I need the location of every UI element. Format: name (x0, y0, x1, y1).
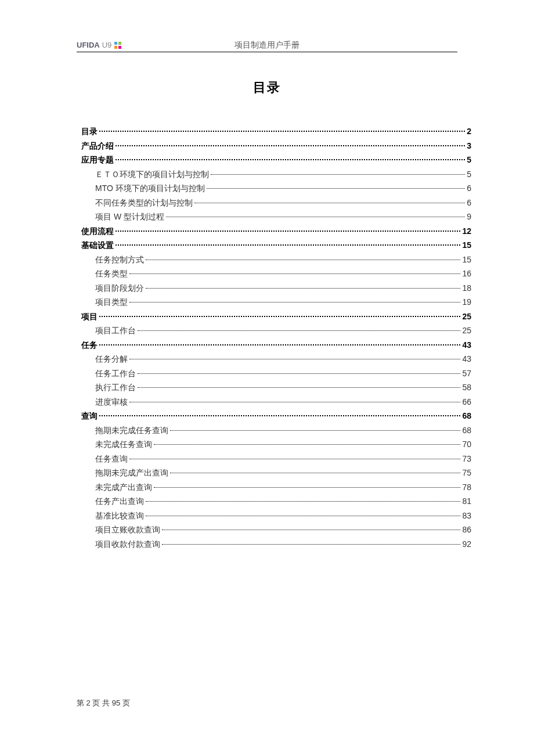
toc-entry[interactable]: 基础设置15 (81, 238, 471, 253)
toc-entry[interactable]: 项目立账收款查询86 (81, 523, 471, 537)
toc-entry-label: 项目阶段划分 (95, 281, 144, 296)
toc-entry-label: 执行工作台 (95, 380, 136, 395)
toc-entry-label: 未完成任务查询 (95, 437, 152, 452)
toc-dots-leader (211, 174, 465, 175)
toc-entry-page: 78 (462, 480, 471, 495)
toc-entry-label: 查询 (81, 409, 98, 423)
toc-entry[interactable]: 使用流程12 (81, 224, 471, 239)
toc-entry-page: 43 (462, 352, 471, 366)
toc-entry[interactable]: 未完成任务查询70 (81, 437, 471, 452)
toc-entry-page: 2 (467, 124, 471, 139)
toc-entry[interactable]: 执行工作台58 (81, 380, 471, 395)
toc-entry-page: 3 (467, 139, 471, 153)
svg-rect-1 (118, 42, 121, 45)
toc-dots-leader (146, 516, 460, 516)
toc-entry[interactable]: 拖期未完成任务查询68 (81, 423, 471, 438)
toc-dots-leader (129, 273, 460, 274)
toc-entry-label: 项目工作台 (95, 323, 136, 338)
toc-entry[interactable]: ＥＴＯ环境下的项目计划与控制5 (81, 167, 471, 182)
logo-sub-text: U9 (102, 41, 112, 49)
toc-entry[interactable]: 应用专题5 (81, 153, 471, 167)
logo-icon (114, 41, 122, 49)
toc-entry-page: 9 (467, 210, 471, 224)
toc-entry-label: 任务类型 (95, 267, 128, 281)
toc-entry[interactable]: MTO 环境下的项目计划与控制6 (81, 181, 471, 196)
toc-dots-leader (129, 402, 460, 402)
toc-entry-page: 6 (467, 181, 471, 196)
toc-entry[interactable]: 项目收款付款查询92 (81, 537, 471, 552)
page-title: 目录 (0, 79, 534, 96)
toc-entry[interactable]: 任务分解43 (81, 352, 471, 366)
toc-entry-page: 68 (462, 409, 471, 423)
svg-rect-2 (114, 46, 117, 49)
toc-entry-label: 目录 (81, 124, 98, 139)
toc-dots-leader (99, 131, 465, 132)
toc-dots-leader (146, 501, 460, 502)
toc-entry-label: 项目 (81, 309, 98, 324)
toc-entry[interactable]: 不同任务类型的计划与控制6 (81, 196, 471, 210)
toc-entry[interactable]: 目录2 (81, 124, 471, 139)
toc-dots-leader (166, 217, 465, 217)
toc-dots-leader (116, 159, 465, 160)
toc-dots-leader (129, 302, 460, 303)
toc-entry[interactable]: 任务控制方式15 (81, 253, 471, 267)
toc-dots-leader (207, 188, 465, 189)
toc-dots-leader (162, 544, 460, 545)
svg-rect-3 (118, 46, 121, 49)
toc-entry-label: 产品介绍 (81, 139, 114, 153)
toc-entry[interactable]: 产品介绍3 (81, 139, 471, 153)
toc-entry-label: 项目立账收款查询 (95, 523, 160, 537)
toc-entry[interactable]: 未完成产出查询78 (81, 480, 471, 495)
toc-entry[interactable]: 基准比较查询83 (81, 509, 471, 523)
toc-entry[interactable]: 项目阶段划分18 (81, 281, 471, 296)
toc-entry-label: 任务工作台 (95, 366, 136, 381)
toc-entry[interactable]: 任务43 (81, 338, 471, 352)
toc-entry[interactable]: 任务工作台57 (81, 366, 471, 381)
toc-entry[interactable]: 项目25 (81, 309, 471, 324)
toc-entry-page: 58 (462, 380, 471, 395)
toc-entry[interactable]: 项目工作台25 (81, 323, 471, 338)
toc-dots-leader (146, 260, 460, 260)
toc-dots-leader (154, 487, 460, 488)
toc-entry-label: ＥＴＯ环境下的项目计划与控制 (95, 167, 209, 182)
toc-entry-page: 18 (462, 281, 471, 296)
toc-entry-page: 81 (462, 494, 471, 509)
toc-entry-label: 未完成产出查询 (95, 480, 152, 495)
toc-entry-page: 86 (462, 523, 471, 537)
toc-entry-page: 43 (462, 338, 471, 352)
page-footer: 第 2 页 共 95 页 (77, 698, 130, 708)
toc-entry-label: 基准比较查询 (95, 509, 144, 523)
toc-entry-page: 16 (462, 267, 471, 281)
toc-entry-label: 项目 W 型计划过程 (95, 210, 164, 224)
toc-dots-leader (99, 344, 460, 345)
toc-entry[interactable]: 任务产出查询81 (81, 494, 471, 509)
toc-dots-leader (99, 415, 460, 416)
toc-entry-page: 5 (467, 153, 471, 167)
toc-entry[interactable]: 拖期未完成产出查询75 (81, 466, 471, 480)
toc-entry-page: 25 (462, 323, 471, 338)
toc-entry[interactable]: 项目 W 型计划过程9 (81, 210, 471, 224)
toc-dots-leader (138, 387, 460, 388)
toc-dots-leader (138, 330, 460, 331)
toc-dots-leader (194, 203, 465, 203)
toc-entry-page: 68 (462, 423, 471, 438)
toc-entry-label: 拖期未完成产出查询 (95, 466, 168, 480)
toc-entry-page: 6 (467, 196, 471, 210)
toc-entry[interactable]: 任务查询73 (81, 452, 471, 466)
toc-entry-label: 任务产出查询 (95, 494, 144, 509)
toc-dots-leader (129, 359, 460, 359)
toc-entry-label: 基础设置 (81, 238, 114, 253)
toc-entry[interactable]: 查询68 (81, 409, 471, 423)
toc-dots-leader (154, 444, 460, 445)
toc-dots-leader (162, 530, 460, 530)
toc-entry[interactable]: 项目类型19 (81, 295, 471, 309)
toc-entry-label: 任务 (81, 338, 98, 352)
toc-entry-label: 任务分解 (95, 352, 128, 366)
toc-entry[interactable]: 任务类型16 (81, 267, 471, 281)
toc-dots-leader (116, 231, 460, 232)
toc-entry[interactable]: 进度审核66 (81, 395, 471, 409)
toc-entry-page: 70 (462, 437, 471, 452)
toc-dots-leader (129, 459, 460, 459)
toc-entry-page: 92 (462, 537, 471, 552)
svg-rect-0 (114, 42, 117, 45)
